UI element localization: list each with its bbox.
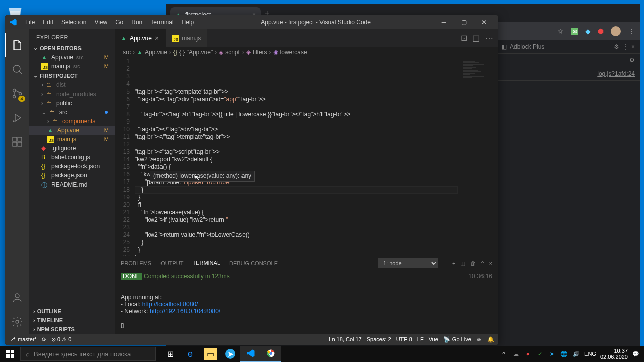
taskbar-explorer[interactable]: ▭ (200, 346, 220, 362)
minimap[interactable] (458, 58, 498, 256)
new-terminal-icon[interactable]: + (452, 260, 455, 267)
folder-item[interactable]: 🗀components (29, 117, 115, 126)
folder-item[interactable]: 🗀src (29, 108, 115, 117)
diff-icon[interactable]: ⊡ (461, 33, 467, 43)
breadcrumbs[interactable]: src› ▲App.vue› {}{ } "App.vue"› ◈script›… (115, 47, 498, 58)
problems-tab[interactable]: PROBLEMS (121, 260, 151, 266)
taskbar-vscode[interactable] (240, 346, 261, 362)
adblock-icon[interactable]: ⬢ (598, 27, 604, 35)
taskbar-edge[interactable]: e (180, 346, 200, 362)
more-icon[interactable]: ⋯ (485, 33, 493, 43)
svg-point-0 (13, 65, 20, 72)
tray-volume[interactable]: 🔊 (572, 350, 580, 358)
terminal-tab[interactable]: TERMINAL (192, 260, 220, 267)
encoding[interactable]: UTF-8 (396, 336, 412, 342)
file-item[interactable]: ▲App.vueM (29, 126, 115, 135)
debug-console-tab[interactable]: DEBUG CONSOLE (229, 260, 278, 266)
editor-tab[interactable]: JS main.js (166, 29, 207, 47)
tray-language[interactable]: ENG (584, 351, 596, 357)
debug-activity[interactable] (5, 106, 29, 130)
file-item[interactable]: {}package.json (29, 171, 115, 180)
eol[interactable]: LF (417, 336, 424, 342)
tray-record[interactable]: ● (524, 350, 532, 358)
maximize-icon[interactable]: ^ (481, 260, 484, 267)
menu-view[interactable]: View (90, 19, 111, 26)
mail-icon[interactable]: ✉ (571, 28, 578, 35)
close-icon[interactable]: × (631, 43, 635, 50)
source-control-activity[interactable]: 4 (5, 81, 29, 106)
split-icon[interactable]: ◫ (472, 33, 480, 43)
code-editor[interactable]: 1234567891011121314151617181920212223242… (115, 58, 498, 256)
notifications-icon[interactable]: 💬 (632, 350, 640, 358)
menu-icon[interactable]: ⋮ (628, 27, 635, 35)
menu-edit[interactable]: Edit (39, 19, 57, 26)
minimize-button[interactable]: ─ (434, 15, 454, 29)
accounts-activity[interactable] (5, 286, 29, 310)
close-button[interactable]: ✕ (474, 15, 494, 29)
git-branch[interactable]: ⎇ master* (9, 336, 37, 343)
open-editors-section[interactable]: OPEN EDITORS (29, 43, 115, 53)
gear-icon[interactable]: ⚙ (614, 43, 619, 50)
menu-selection[interactable]: Selection (57, 19, 90, 26)
project-section[interactable]: FIRSTPOJECT (29, 71, 115, 80)
menu-terminal[interactable]: Terminal (146, 19, 177, 26)
start-button[interactable] (0, 346, 20, 362)
wifi-icon[interactable]: ◆ (585, 27, 591, 35)
extensions-activity[interactable] (5, 130, 29, 154)
tray-network[interactable]: 🌐 (560, 350, 568, 358)
avatar[interactable] (611, 26, 621, 36)
maximize-button[interactable]: ▢ (454, 15, 474, 29)
feedback-icon[interactable]: ☺ (476, 336, 482, 342)
folder-item[interactable]: 🗀dist (29, 80, 115, 89)
output-tab[interactable]: OUTPUT (160, 260, 183, 266)
tray-telegram[interactable]: ➤ (548, 350, 556, 358)
menu-file[interactable]: File (21, 19, 39, 26)
folder-item[interactable]: 🗀node_modules (29, 89, 115, 99)
problems-status[interactable]: ⊘ 0 ⚠ 0 (51, 336, 71, 343)
cursor-position[interactable]: Ln 18, Col 17 (329, 336, 361, 342)
outline-section[interactable]: OUTLINE (29, 307, 115, 316)
file-item[interactable]: ⓘREADME.md (29, 180, 115, 189)
terminal-output[interactable]: DONE Compiled successfully in 123ms10:36… (115, 270, 498, 334)
tray-chevron[interactable]: ^ (500, 350, 508, 358)
close-icon[interactable]: × (489, 260, 492, 267)
menu-help[interactable]: Help (178, 19, 198, 26)
taskbar: ⌕ Введите здесь текст для поиска ⊞ e ▭ ➤… (0, 346, 644, 362)
npm-scripts-section[interactable]: NPM SCRIPTS (29, 325, 115, 334)
indentation[interactable]: Spaces: 2 (367, 336, 391, 342)
sync-button[interactable]: ⟳ (42, 336, 46, 343)
folder-item[interactable]: 🗀public (29, 99, 115, 108)
menu-icon[interactable]: ⋮ (622, 43, 628, 50)
taskbar-clock[interactable]: 10:37 02.06.2020 (600, 348, 628, 360)
file-item[interactable]: JSmain.jsM (29, 135, 115, 144)
split-terminal-icon[interactable]: ◫ (460, 260, 465, 267)
go-live[interactable]: 📡 Go Live (443, 336, 471, 343)
language-mode[interactable]: Vue (429, 336, 438, 342)
taskbar-search[interactable]: ⌕ Введите здесь текст для поиска (20, 347, 156, 361)
file-item[interactable]: {}package-lock.json (29, 162, 115, 171)
search-activity[interactable] (5, 57, 29, 81)
taskbar-chrome[interactable] (261, 346, 281, 362)
open-editor-item[interactable]: JS main.js src M (29, 62, 115, 71)
settings-activity[interactable] (5, 310, 29, 334)
file-item[interactable]: ◆.gitignore (29, 144, 115, 153)
task-view[interactable]: ⊞ (160, 346, 180, 362)
bell-icon[interactable]: 🔔 (487, 336, 494, 343)
tray-onedrive[interactable]: ☁ (512, 350, 520, 358)
gear-icon[interactable]: ⚙ (629, 57, 635, 64)
editor-tab[interactable]: ▲App.vue× (115, 29, 166, 47)
title-bar[interactable]: File Edit Selection View Go Run Terminal… (5, 15, 498, 29)
menu-run[interactable]: Run (127, 19, 146, 26)
tray-antivirus[interactable]: ✓ (536, 350, 544, 358)
menu-go[interactable]: Go (111, 19, 127, 26)
explorer-activity[interactable] (5, 33, 29, 57)
terminal-select[interactable]: 1: node (378, 258, 438, 268)
star-icon[interactable]: ☆ (557, 27, 564, 35)
taskbar-telegram[interactable]: ➤ (220, 346, 240, 362)
close-icon[interactable]: × (155, 34, 159, 42)
open-editor-item[interactable]: ▲ App.vue src M (29, 53, 115, 62)
file-item[interactable]: Bbabel.config.js (29, 153, 115, 162)
source-link[interactable]: log.js?1afd:24 (597, 70, 635, 77)
kill-terminal-icon[interactable]: 🗑 (470, 260, 476, 267)
timeline-section[interactable]: TIMELINE (29, 316, 115, 325)
